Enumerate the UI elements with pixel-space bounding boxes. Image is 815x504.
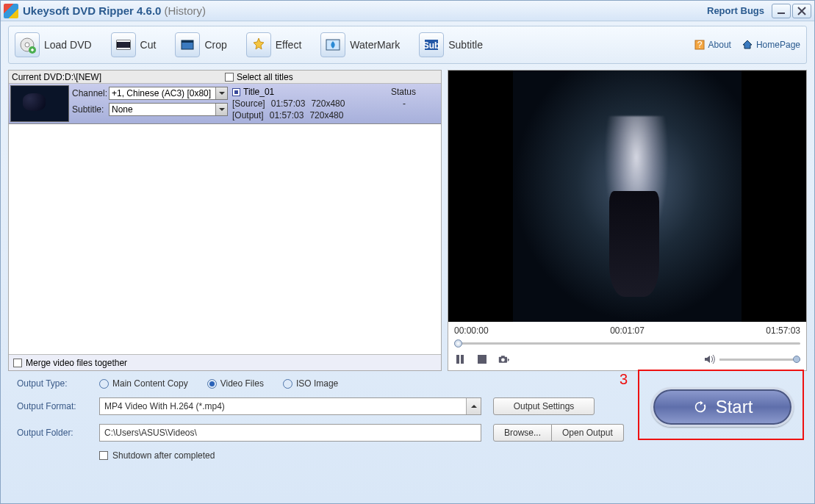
svg-point-18: [501, 358, 505, 361]
about-icon: ?: [694, 39, 706, 51]
app-window: Ukeysoft DVD Ripper 4.6.0 (History) Repo…: [0, 0, 815, 504]
homepage-link[interactable]: HomePage: [742, 39, 800, 51]
shutdown-checkbox[interactable]: [99, 451, 108, 460]
titlebar: Ukeysoft DVD Ripper 4.6.0 (History) Repo…: [1, 1, 814, 21]
stop-button[interactable]: [476, 353, 488, 365]
app-title-suffix: (History): [164, 4, 206, 17]
svg-rect-15: [461, 355, 464, 364]
toolbar: Load DVD Cut Crop Effect WaterMark Sub S…: [8, 26, 807, 64]
browse-button[interactable]: Browse...: [493, 424, 552, 442]
pause-button[interactable]: [454, 353, 466, 365]
merge-checkbox[interactable]: [13, 359, 22, 367]
output-format-label: Output Format:: [17, 401, 99, 411]
effect-button[interactable]: Effect: [246, 32, 302, 57]
list-header: Current DVD:D:\[NEW] Select all titles: [9, 71, 441, 84]
current-dvd-label: Current DVD:D:\[NEW]: [12, 72, 101, 82]
minimize-button[interactable]: [772, 4, 791, 18]
chevron-up-icon: [466, 398, 481, 414]
output-format-select[interactable]: MP4 Video With H.264 (*.mp4): [99, 397, 481, 415]
output-section: Output Type: Main Content Copy Video Fil…: [17, 378, 804, 461]
seek-slider[interactable]: [448, 338, 806, 348]
merge-label: Merge video files together: [26, 358, 127, 368]
title-checkbox[interactable]: [232, 88, 240, 96]
about-link[interactable]: ? About: [694, 39, 731, 51]
select-all-checkbox[interactable]: [225, 73, 234, 82]
time-start: 00:00:00: [454, 325, 489, 336]
player-controls: [448, 348, 806, 370]
snapshot-button[interactable]: [498, 353, 510, 365]
watermark-button[interactable]: WaterMark: [320, 32, 400, 57]
subtitle-label: Subtitle:: [72, 104, 109, 115]
dvd-icon: [15, 32, 40, 57]
time-display: 00:00:00 00:01:07 01:57:03: [448, 322, 806, 338]
subtitle-button[interactable]: Sub Subtitle: [419, 32, 483, 57]
effect-star-icon: [246, 32, 271, 57]
output-folder-label: Output Folder:: [17, 428, 99, 438]
chevron-down-icon: [215, 87, 227, 99]
chevron-down-icon: [215, 104, 227, 115]
start-button[interactable]: Start: [651, 387, 794, 427]
output-folder-input[interactable]: C:\Users\ASUS\Videos\: [99, 424, 481, 442]
output-settings-button[interactable]: Output Settings: [493, 397, 595, 415]
radio-iso-image[interactable]: ISO Image: [283, 378, 338, 389]
load-dvd-button[interactable]: Load DVD: [15, 32, 92, 57]
volume-slider[interactable]: [719, 359, 800, 361]
title-row[interactable]: Channel: +1, Chinese (AC3) [0x80] Subtit…: [9, 84, 441, 124]
source-resolution: 720x480: [311, 98, 345, 109]
svg-rect-19: [501, 356, 505, 357]
app-title: Ukeysoft DVD Ripper 4.6.0: [23, 4, 161, 17]
home-icon: [742, 39, 753, 51]
report-bugs-link[interactable]: Report Bugs: [707, 5, 764, 16]
select-all-label: Select all titles: [237, 72, 293, 82]
time-current: 00:01:07: [610, 325, 645, 336]
svg-rect-14: [456, 355, 459, 364]
close-button[interactable]: [792, 4, 811, 18]
title-list-panel: Current DVD:D:\[NEW] Select all titles C…: [8, 70, 442, 371]
radio-main-content[interactable]: Main Content Copy: [99, 378, 188, 389]
app-logo-icon: [4, 4, 18, 18]
title-name: Title_01: [243, 87, 274, 97]
output-resolution: 720x480: [309, 110, 343, 120]
svg-rect-16: [478, 355, 487, 364]
output-type-label: Output Type:: [17, 378, 99, 389]
subtitle-icon: Sub: [419, 32, 444, 57]
refresh-icon: [692, 399, 708, 415]
crop-icon: [175, 32, 200, 57]
svg-rect-5: [117, 40, 130, 42]
film-cut-icon: [111, 32, 136, 57]
cut-button[interactable]: Cut: [111, 32, 157, 57]
radio-video-files[interactable]: Video Files: [207, 378, 264, 389]
source-duration: 01:57:03: [271, 98, 306, 109]
svg-rect-6: [117, 48, 130, 49]
svg-rect-0: [778, 12, 785, 14]
open-output-button[interactable]: Open Output: [552, 424, 624, 442]
status-header: Status: [391, 87, 438, 97]
main-area: Current DVD:D:\[NEW] Select all titles C…: [8, 70, 807, 371]
output-label: [Output]: [232, 110, 264, 120]
title-thumbnail: [10, 85, 69, 122]
channel-label: Channel:: [72, 88, 109, 98]
svg-text:Sub: Sub: [423, 40, 440, 51]
watermark-icon: [320, 32, 345, 57]
source-label: [Source]: [232, 98, 265, 109]
volume-icon[interactable]: [703, 353, 715, 365]
svg-text:?: ?: [697, 40, 702, 50]
svg-rect-8: [182, 40, 193, 43]
video-preview[interactable]: [448, 71, 806, 322]
preview-panel: 00:00:00 00:01:07 01:57:03: [448, 70, 807, 371]
annotation-number: 3: [620, 371, 628, 388]
time-end: 01:57:03: [766, 325, 800, 336]
shutdown-label: Shutdown after completed: [112, 450, 215, 461]
merge-bar: Merge video files together: [9, 354, 441, 370]
crop-button[interactable]: Crop: [175, 32, 226, 57]
status-value: -: [403, 98, 438, 109]
svg-point-2: [25, 43, 29, 47]
output-duration: 01:57:03: [270, 110, 304, 120]
subtitle-select[interactable]: None: [109, 103, 228, 116]
channel-select[interactable]: +1, Chinese (AC3) [0x80]: [109, 87, 228, 100]
